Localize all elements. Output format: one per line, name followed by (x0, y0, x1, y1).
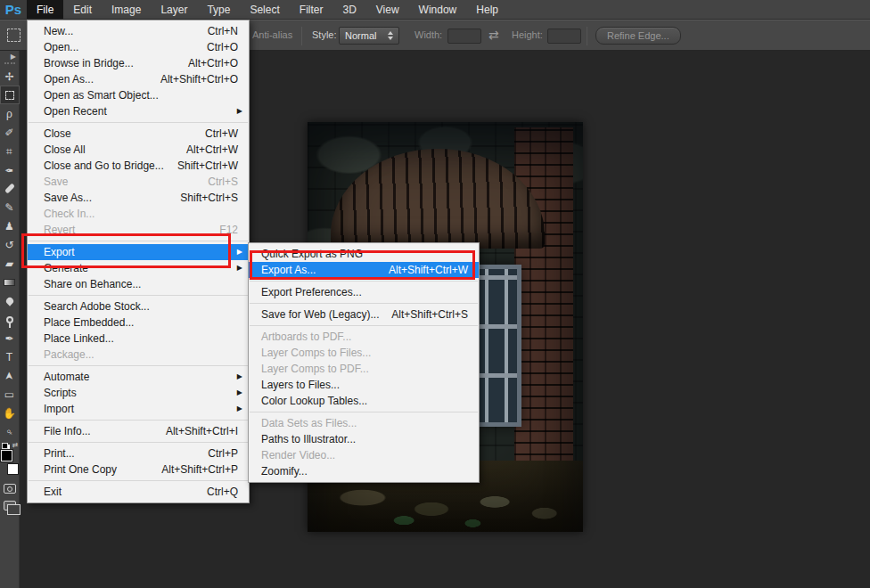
gradient-tool[interactable] (0, 273, 20, 291)
style-dropdown[interactable]: Normal (339, 27, 399, 45)
file-menu-item-print[interactable]: Print...Ctrl+P (28, 445, 249, 461)
lasso-tool[interactable]: ρ (0, 104, 20, 123)
swap-width-height-icon[interactable]: ⇄ (488, 28, 499, 42)
export-submenu-item-quick-export-as-png[interactable]: Quick Export as PNG (249, 246, 479, 262)
brush-tool[interactable]: ✎ (0, 198, 20, 216)
foreground-color-swatch[interactable] (1, 450, 12, 461)
quick-mask-button[interactable] (4, 484, 16, 494)
marquee-icon (5, 91, 14, 100)
export-submenu-item-paths-to-illustrator[interactable]: Paths to Illustrator... (249, 431, 479, 447)
panel-grip[interactable] (4, 62, 15, 64)
type-tool[interactable]: T (0, 347, 20, 366)
screen-mode-button[interactable] (4, 501, 16, 510)
export-submenu-item-export-as[interactable]: Export As...Alt+Shift+Ctrl+W (249, 262, 479, 278)
spot-healing-brush-tool[interactable] (0, 179, 20, 198)
menu-filter[interactable]: Filter (290, 0, 333, 19)
file-menu-item-close[interactable]: CloseCtrl+W (28, 126, 249, 142)
file-menu-item-browse-in-bridge[interactable]: Browse in Bridge...Alt+Ctrl+O (28, 55, 249, 71)
pen-tool[interactable]: ✒ (0, 329, 20, 347)
crop-tool[interactable]: ⌗ (0, 142, 20, 160)
swap-colors-icon[interactable]: ⇄ (12, 441, 19, 449)
file-menu-item-new[interactable]: New...Ctrl+N (28, 23, 249, 39)
menu-window[interactable]: Window (409, 0, 467, 19)
file-menu-item-print-one-copy[interactable]: Print One CopyAlt+Shift+Ctrl+P (28, 461, 249, 478)
menu-type[interactable]: Type (197, 0, 240, 19)
menu-item-shortcut: Alt+Ctrl+W (186, 143, 238, 156)
file-menu-item-exit[interactable]: ExitCtrl+Q (28, 484, 249, 500)
export-submenu-item-zoomify[interactable]: Zoomify... (249, 463, 479, 479)
hand-tool[interactable]: ✋ (0, 404, 20, 422)
move-tool[interactable]: ✢ (0, 67, 20, 86)
file-menu-item-import[interactable]: Import▶ (28, 401, 249, 417)
path-selection-tool[interactable]: ➤ (0, 366, 20, 385)
clone-stamp-tool[interactable]: ♟ (0, 216, 20, 235)
export-submenu-item-export-preferences[interactable]: Export Preferences... (249, 284, 479, 300)
zoom-tool[interactable]: ♀ (0, 422, 20, 441)
menu-separator (250, 325, 478, 326)
menu-edit[interactable]: Edit (63, 0, 102, 19)
submenu-arrow-icon: ▶ (237, 107, 242, 115)
file-menu-item-generate[interactable]: Generate▶ (28, 260, 249, 276)
eyedropper-tool[interactable]: ✒ (0, 160, 20, 179)
hand-icon: ✋ (3, 407, 16, 420)
rectangular-marquee-tool[interactable] (0, 86, 20, 104)
menu-separator (250, 281, 478, 282)
menu-item-label: Close and Go to Bridge... (44, 159, 177, 172)
file-menu-item-close-and-go-to-bridge[interactable]: Close and Go to Bridge...Shift+Ctrl+W (28, 158, 249, 174)
export-submenu-item-save-for-web-legacy[interactable]: Save for Web (Legacy)...Alt+Shift+Ctrl+S (249, 306, 479, 323)
menu-item-shortcut: Alt+Shift+Ctrl+P (161, 463, 238, 476)
file-menu-item-open-as-smart-object[interactable]: Open as Smart Object... (28, 87, 249, 103)
export-submenu-item-layers-to-files[interactable]: Layers to Files... (249, 377, 479, 393)
file-menu-item-search-adobe-stock[interactable]: Search Adobe Stock... (28, 298, 249, 314)
default-colors-icon[interactable] (2, 443, 8, 449)
export-submenu-item-artboards-to-pdf: Artboards to PDF... (249, 329, 479, 345)
tools-panel: ▶ ✢ρ✐⌗✒✎♟↺▰✒T➤▭✋♀⇄ (0, 51, 20, 588)
tool-preset-marquee-icon[interactable] (7, 29, 21, 42)
dodge-tool[interactable] (0, 310, 20, 329)
menu-help[interactable]: Help (466, 0, 508, 19)
file-menu-item-close-all[interactable]: Close AllAlt+Ctrl+W (28, 142, 249, 158)
menu-item-label: Zoomify... (261, 465, 468, 478)
eraser-tool[interactable]: ▰ (0, 254, 20, 273)
menu-item-label: Open As... (44, 73, 160, 86)
blur-tool[interactable] (0, 291, 20, 310)
file-menu-item-place-embedded[interactable]: Place Embedded... (28, 314, 249, 331)
file-menu-item-open-recent[interactable]: Open Recent▶ (28, 103, 249, 119)
file-menu-item-file-info[interactable]: File Info...Alt+Shift+Ctrl+I (28, 423, 249, 439)
menu-item-label: Close (44, 127, 205, 140)
menu-item-label: Search Adobe Stock... (44, 300, 238, 313)
file-menu-item-save-as[interactable]: Save As...Shift+Ctrl+S (28, 190, 249, 206)
file-menu-item-open[interactable]: Open...Ctrl+O (28, 39, 249, 55)
history-brush-tool[interactable]: ↺ (0, 235, 20, 254)
file-menu-item-automate[interactable]: Automate▶ (28, 369, 249, 385)
menu-item-shortcut: Alt+Shift+Ctrl+W (389, 264, 468, 276)
file-menu-item-place-linked[interactable]: Place Linked... (28, 331, 249, 347)
menu-image[interactable]: Image (102, 0, 151, 19)
menu-item-label: Color Lookup Tables... (261, 395, 468, 407)
menu-select[interactable]: Select (240, 0, 289, 19)
file-menu-item-open-as[interactable]: Open As...Alt+Shift+Ctrl+O (28, 71, 249, 87)
menu-item-label: Browse in Bridge... (44, 57, 188, 69)
menu-view[interactable]: View (366, 0, 409, 19)
menu-item-label: Import (44, 403, 238, 415)
menu-item-label: Open Recent (44, 105, 238, 118)
shape-tool[interactable]: ▭ (0, 385, 20, 404)
export-submenu-item-layer-comps-to-pdf: Layer Comps to PDF... (249, 361, 479, 377)
file-menu-item-share-on-behance[interactable]: Share on Behance... (28, 276, 249, 292)
panel-collapse-icon[interactable]: ▶ (0, 51, 19, 62)
menu-item-label: File Info... (44, 425, 166, 437)
quick-selection-tool[interactable]: ✐ (0, 123, 20, 142)
file-menu-item-scripts[interactable]: Scripts▶ (28, 385, 249, 401)
export-submenu-item-render-video: Render Video... (249, 447, 479, 463)
menu-item-label: Layer Comps to PDF... (261, 363, 468, 375)
height-input[interactable] (547, 29, 581, 44)
background-color-swatch[interactable] (7, 463, 19, 475)
menu-3d[interactable]: 3D (332, 0, 365, 19)
export-submenu-item-color-lookup-tables[interactable]: Color Lookup Tables... (249, 393, 479, 409)
menu-layer[interactable]: Layer (151, 0, 197, 19)
menu-item-shortcut: Alt+Shift+Ctrl+S (391, 308, 468, 321)
file-menu-item-export[interactable]: Export▶ (28, 244, 249, 260)
menu-file[interactable]: File (27, 0, 63, 19)
menu-item-shortcut: Ctrl+N (208, 25, 238, 37)
width-input[interactable] (447, 29, 481, 44)
